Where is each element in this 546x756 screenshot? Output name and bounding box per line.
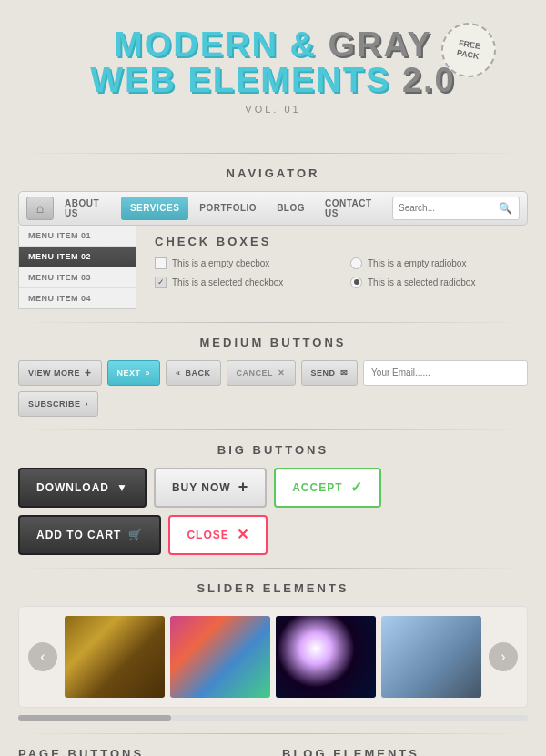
- cancel-x-icon: ✕: [278, 368, 286, 378]
- medium-btn-row: VIEW MORE + NEXT » « BACK CANCEL ✕ SEND …: [18, 360, 528, 417]
- checkbox-grid: This is a empty cbecbox This is a empty …: [155, 257, 528, 288]
- back-button[interactable]: « BACK: [166, 360, 221, 386]
- slider-image-2: [170, 616, 270, 698]
- download-label: DOWNLOAD: [36, 481, 109, 494]
- subscribe-button[interactable]: SUBSCRIBE ›: [18, 391, 98, 417]
- view-more-button[interactable]: VIEW MORE +: [18, 360, 102, 386]
- slider-next-button[interactable]: ›: [489, 642, 518, 671]
- divider-big-buttons: [18, 429, 528, 430]
- dropdown-item-4[interactable]: MENU ITEM 04: [19, 288, 136, 308]
- plus-icon: +: [85, 367, 92, 379]
- medium-buttons-section: VIEW MORE + NEXT » « BACK CANCEL ✕ SEND …: [0, 360, 546, 417]
- nav-item-contact[interactable]: CONTACT US: [316, 197, 390, 220]
- close-button[interactable]: CLOSE ✕: [168, 515, 267, 555]
- nav-item-portfolio[interactable]: PORTFOLIO: [190, 197, 266, 220]
- navigator-title: NAVIGATOR: [0, 166, 546, 180]
- nav-bar: ⌂ ABOUT US SERVICES PORTFOLIO BLOG CONTA…: [18, 191, 528, 226]
- slider-title: SLIDER ELEMENTS: [0, 581, 546, 595]
- blog-title: BLOG ELEMENTS: [282, 747, 528, 756]
- arrow-down-icon: ▼: [116, 481, 128, 494]
- cancel-label: CANCEL: [237, 368, 274, 378]
- next-label: NEXT: [117, 368, 141, 378]
- cart-icon: 🛒: [128, 529, 143, 541]
- dropdown-menu: MENU ITEM 01 MENU ITEM 02 MENU ITEM 03 M…: [18, 226, 136, 309]
- send-label: SEND: [311, 368, 336, 378]
- vol-text: VOL. 01: [18, 104, 528, 115]
- medium-buttons-title: MEDIUM BUTTONS: [0, 336, 546, 349]
- big-buttons-title: BIG BUTTONS: [0, 443, 546, 457]
- chevron-left-icon: «: [176, 368, 181, 378]
- page-buttons-col: PAGE BUTTONS « ‹ 1 2 3 4 5 6 7 8 9 10 11…: [18, 747, 264, 756]
- slider-images: [65, 616, 481, 698]
- check-icon: ✓: [350, 479, 363, 496]
- add-to-cart-label: ADD TO CART: [36, 529, 121, 541]
- divider-medium-buttons: [18, 322, 528, 323]
- chevron-right-icon: »: [146, 368, 151, 378]
- dropdown-item-2[interactable]: MENU ITEM 02: [19, 247, 136, 267]
- view-more-label: VIEW MORE: [28, 368, 80, 378]
- big-buttons-section: DOWNLOAD ▼ BUY NOW + ACCEPT ✓ ADD TO CAR…: [0, 468, 546, 555]
- search-icon: 🔍: [499, 202, 512, 215]
- buy-plus-icon: +: [238, 478, 249, 497]
- accept-label: ACCEPT: [292, 481, 342, 494]
- nav-search-box: 🔍: [392, 197, 520, 220]
- close-label: CLOSE: [187, 529, 228, 541]
- divider-navigator: [18, 153, 528, 154]
- slider-progress-bar: [18, 715, 528, 721]
- navigator-section: ⌂ ABOUT US SERVICES PORTFOLIO BLOG CONTA…: [0, 191, 546, 226]
- slider-progress-fill: [18, 715, 171, 721]
- radiobox-empty[interactable]: [350, 257, 362, 269]
- dropdown-checkboxes-container: MENU ITEM 01 MENU ITEM 02 MENU ITEM 03 M…: [18, 226, 528, 309]
- title-modern: MODERN &: [114, 25, 317, 64]
- email-input[interactable]: [363, 360, 528, 386]
- checkbox-row-2: This is a selected checkbox: [155, 277, 332, 288]
- divider-bottom: [18, 733, 528, 734]
- add-to-cart-button[interactable]: ADD TO CART 🛒: [18, 515, 161, 555]
- radio-row-1: This is a empty radiobox: [350, 257, 528, 269]
- blog-col: BLOG ELEMENTS SEP 15TH SEP 15TH SEP 15TH…: [282, 747, 528, 756]
- checkbox-checked[interactable]: [155, 277, 167, 288]
- nav-item-about[interactable]: ABOUT US: [56, 197, 119, 220]
- nav-item-blog[interactable]: BLOG: [268, 197, 314, 220]
- send-button[interactable]: SEND ✉: [301, 360, 359, 386]
- download-button[interactable]: DOWNLOAD ▼: [18, 468, 147, 508]
- radio-row-2: This is a selected radiobox: [350, 277, 528, 288]
- subscribe-label: SUBSCRIBE: [28, 399, 81, 408]
- divider-slider: [18, 568, 528, 569]
- slider-section: ‹ ›: [0, 606, 546, 721]
- title-web-elements: WEB ELEMENTS: [90, 61, 390, 99]
- checkbox-empty-1[interactable]: [155, 257, 167, 269]
- dropdown-item-3[interactable]: MENU ITEM 03: [19, 267, 136, 288]
- slider-image-4: [381, 616, 481, 698]
- big-btn-row: DOWNLOAD ▼ BUY NOW + ACCEPT ✓ ADD TO CAR…: [18, 468, 528, 555]
- slider-prev-button[interactable]: ‹: [28, 642, 57, 671]
- close-x-icon: ✕: [237, 526, 249, 543]
- nav-home-button[interactable]: ⌂: [26, 197, 54, 220]
- back-label: BACK: [186, 368, 211, 378]
- checkboxes-panel: CHECK BOXES This is a empty cbecbox This…: [155, 226, 528, 309]
- radiobox-selected[interactable]: [350, 277, 362, 288]
- cancel-button[interactable]: CANCEL ✕: [227, 360, 296, 386]
- checkbox-row-1: This is a empty cbecbox: [155, 257, 332, 269]
- slider-container: ‹ ›: [18, 606, 528, 708]
- radio-label-2: This is a selected radiobox: [368, 277, 475, 287]
- title-gray: GRAY: [329, 25, 432, 64]
- accept-button[interactable]: ACCEPT ✓: [274, 468, 380, 508]
- search-input[interactable]: [399, 203, 499, 213]
- header: MODERN & GRAY WEB ELEMENTS 2.0 FREE PACK…: [0, 0, 546, 140]
- dropdown-item-1[interactable]: MENU ITEM 01: [19, 226, 136, 247]
- bottom-section: PAGE BUTTONS « ‹ 1 2 3 4 5 6 7 8 9 10 11…: [0, 747, 546, 756]
- subscribe-arrow-icon: ›: [86, 399, 89, 408]
- checkbox-label-1: This is a empty cbecbox: [172, 258, 269, 268]
- buy-now-button[interactable]: BUY NOW +: [154, 468, 267, 508]
- slider-image-3: [276, 616, 376, 698]
- next-button[interactable]: NEXT »: [107, 360, 161, 386]
- page-buttons-title: PAGE BUTTONS: [18, 747, 264, 756]
- checkboxes-title: CHECK BOXES: [155, 235, 528, 248]
- buy-now-label: BUY NOW: [172, 481, 231, 494]
- checkbox-label-2: This is a selected checkbox: [172, 277, 283, 287]
- nav-item-services[interactable]: SERVICES: [121, 197, 188, 220]
- envelope-icon: ✉: [340, 368, 349, 378]
- slider-image-1: [65, 616, 165, 698]
- radio-label-1: This is a empty radiobox: [368, 258, 466, 268]
